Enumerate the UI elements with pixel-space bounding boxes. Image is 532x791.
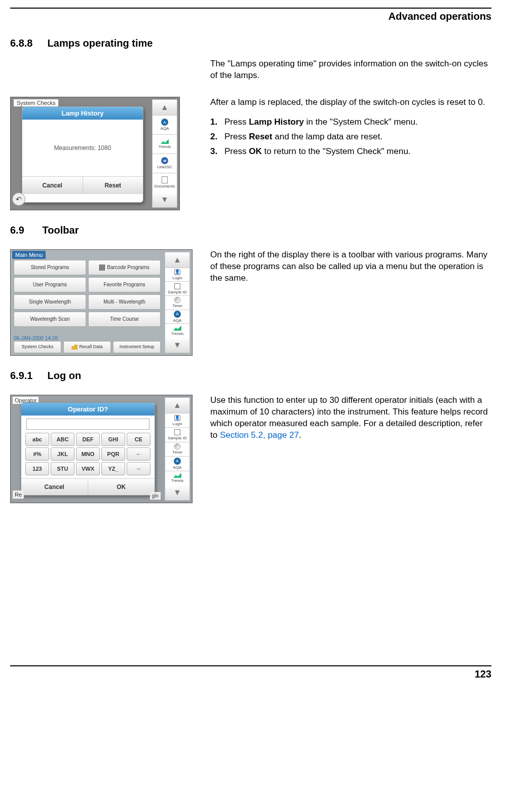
heading-69-title: Toolbar — [43, 224, 79, 236]
ss2-sidebar: ▲ 👤Login Sample ID ⏱Timer AAQA Trends ▼ — [165, 252, 190, 353]
ss3-popup: Operator ID? abc ABC DEF GHI CE #% JKL M… — [21, 402, 155, 496]
key-ABC[interactable]: ABC — [51, 433, 74, 446]
ss3-ok-button[interactable]: OK — [88, 479, 155, 495]
side-documents[interactable]: Documents — [153, 173, 177, 192]
side-timer[interactable]: ⏱Timer — [165, 442, 189, 456]
top-rule — [10, 8, 491, 9]
heading-691: 6.9.1 Log on — [10, 370, 491, 382]
side-aqa[interactable]: AAQA — [165, 456, 189, 470]
side-aqa[interactable]: AAQA — [153, 115, 177, 134]
barcode-icon — [99, 265, 105, 271]
btn-favorite-programs[interactable]: Favorite Programs — [88, 277, 161, 292]
key-sym[interactable]: #% — [25, 447, 49, 461]
btn-stored-programs[interactable]: Stored Programs — [14, 260, 86, 275]
para-69: On the right of the display there is a t… — [210, 249, 491, 284]
side-timer[interactable]: ⏱Timer — [165, 295, 189, 310]
key-CE[interactable]: CE — [127, 433, 150, 446]
side-sample-id[interactable]: Sample ID — [165, 427, 189, 441]
btn-single-wavelength[interactable]: Single Wavelength — [14, 294, 86, 310]
key-MNO[interactable]: MNO — [76, 447, 100, 461]
operator-id-input[interactable] — [26, 419, 149, 430]
step-3: 3. Press OK to return to the "System Che… — [210, 146, 491, 158]
side-sample-id[interactable]: Sample ID — [165, 281, 189, 295]
ss3-sidebar: ▲ 👤Login Sample ID ⏱Timer AAQA Trends ▼ — [165, 397, 190, 501]
key-abc[interactable]: abc — [25, 433, 49, 446]
heading-691-title: Log on — [48, 370, 82, 381]
side-link2sc[interactable]: ⇄Link2SC — [153, 154, 177, 173]
key-PQR[interactable]: PQR — [101, 447, 125, 461]
btn-wavelength-scan[interactable]: Wavelength Scan — [14, 312, 86, 327]
key-STU[interactable]: STU — [51, 462, 74, 475]
heading-69-num: 6.9 — [10, 224, 40, 236]
ss1-bg-title: System Checks — [14, 99, 58, 106]
key-JKL[interactable]: JKL — [51, 447, 74, 461]
link-section-5-2[interactable]: Section 5.2, page 27 — [220, 430, 299, 440]
heading-688-num: 6.8.8 — [10, 37, 45, 49]
para-688-1: After a lamp is replaced, the display of… — [210, 97, 491, 108]
btn-user-programs[interactable]: User Programs — [14, 277, 86, 292]
ss3-re-fragment: Re — [13, 491, 24, 499]
ss1-sidebar: ▲ AAQA Trends ⇄Link2SC Documents ▼ — [152, 99, 177, 208]
ss1-popup: Lamp History Measurements: 1080 Cancel R… — [22, 106, 143, 203]
screenshot-main-menu: Main Menu Stored Programs Barcode Progra… — [10, 249, 193, 356]
back-icon[interactable]: ↶ — [12, 193, 25, 206]
scroll-down-icon[interactable]: ▼ — [153, 192, 177, 207]
key-VWX[interactable]: VWX — [76, 462, 100, 475]
step-2: 2. Press Reset and the lamp data are res… — [210, 131, 491, 143]
step-1: 1. Press Lamp History in the "System Che… — [210, 117, 491, 128]
key-right[interactable]: → — [127, 462, 150, 475]
btn-time-course[interactable]: Time Course — [88, 312, 161, 327]
btn-system-checks[interactable]: System Checks — [14, 341, 61, 353]
screenshot-lamp-history: System Checks Lamp History Measurements:… — [10, 97, 180, 210]
side-aqa[interactable]: AAQA — [165, 310, 189, 324]
ss3-popup-title: Operator ID? — [21, 403, 155, 416]
btn-instrument-setup[interactable]: Instrument Setup — [113, 341, 161, 353]
para-691: Use this function to enter up to 30 diff… — [210, 395, 491, 441]
scroll-down-icon[interactable]: ▼ — [165, 485, 189, 500]
ss2-date: 06-JAN-2000 14:28 — [14, 335, 58, 341]
heading-69: 6.9 Toolbar — [10, 224, 491, 236]
ss1-cancel-button[interactable]: Cancel — [22, 177, 83, 194]
page-number: 123 — [10, 668, 491, 680]
folder-icon — [71, 345, 78, 350]
btn-multi-wavelength[interactable]: Multi - Wavelength — [88, 294, 161, 310]
side-login[interactable]: 👤Login — [165, 413, 189, 427]
scroll-up-icon[interactable]: ▲ — [165, 398, 189, 413]
key-GHI[interactable]: GHI — [101, 433, 125, 446]
heading-691-num: 6.9.1 — [10, 370, 45, 382]
heading-688: 6.8.8 Lamps operating time — [10, 37, 491, 49]
side-login[interactable]: 👤Login — [165, 268, 189, 282]
bottom-rule — [10, 665, 491, 666]
side-trends[interactable]: Trends — [165, 323, 189, 337]
chapter-title: Advanced operations — [10, 11, 491, 22]
ss3-keyboard: abc ABC DEF GHI CE #% JKL MNO PQR ← 123 … — [21, 433, 155, 478]
ss2-grid: Stored Programs Barcode Programs User Pr… — [14, 260, 161, 327]
scroll-down-icon[interactable]: ▼ — [165, 337, 189, 353]
heading-688-title: Lamps operating time — [48, 37, 153, 49]
screenshot-operator-id: Operator Operator ID? abc ABC DEF GHI CE… — [10, 395, 193, 503]
ss2-title: Main Menu — [12, 251, 46, 259]
ss1-reset-button[interactable]: Reset — [83, 177, 143, 194]
intro-688: The "Lamps operating time" provides info… — [210, 58, 491, 82]
ss1-popup-body: Measurements: 1080 — [22, 120, 143, 176]
side-trends[interactable]: Trends — [153, 134, 177, 154]
scroll-up-icon[interactable]: ▲ — [165, 252, 189, 268]
btn-recall-data[interactable]: Recall Data — [63, 341, 111, 353]
scroll-up-icon[interactable]: ▲ — [153, 100, 177, 115]
ss3-login-fragment: gin — [150, 492, 161, 500]
ss3-cancel-button[interactable]: Cancel — [21, 479, 88, 495]
ss1-popup-title: Lamp History — [22, 107, 143, 120]
key-123[interactable]: 123 — [25, 462, 49, 475]
key-YZ[interactable]: YZ_ — [101, 462, 125, 475]
key-left[interactable]: ← — [127, 447, 150, 461]
side-trends[interactable]: Trends — [165, 471, 189, 485]
btn-barcode-programs[interactable]: Barcode Programs — [88, 260, 161, 275]
key-DEF[interactable]: DEF — [76, 433, 100, 446]
